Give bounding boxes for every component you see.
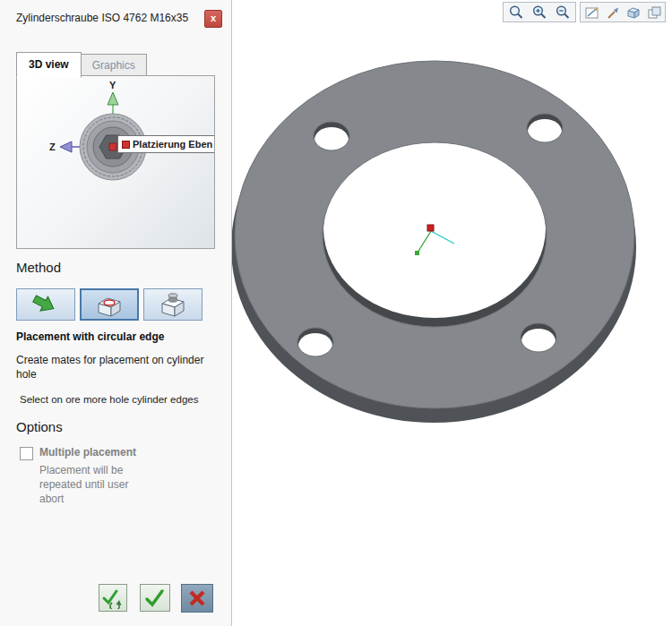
sketch-button[interactable] <box>582 4 602 21</box>
method-description: Create mates for placement on cylinder h… <box>16 353 211 382</box>
part-button[interactable] <box>623 4 643 21</box>
zoom-toolbar-group <box>503 2 576 22</box>
y-axis-arrow-icon <box>108 92 118 105</box>
viewport-toolbar <box>503 2 666 22</box>
flange-model <box>231 61 636 423</box>
placement-tooltip: Platzierung Eben <box>117 135 215 153</box>
part-icon <box>625 5 642 20</box>
tooltip-text: Platzierung Eben <box>133 139 212 150</box>
sketch-icon <box>584 5 600 20</box>
method-circular-edge-button[interactable] <box>80 288 139 321</box>
zoom-window-button[interactable] <box>504 4 528 21</box>
placement-arrow-icon <box>30 292 61 317</box>
zoom-in-icon <box>531 4 547 20</box>
windows-icon <box>646 5 662 20</box>
tooltip-marker-icon <box>122 141 130 149</box>
multiple-placement-description: Placement will be repeated until user ab… <box>39 463 142 507</box>
cancel-x-icon <box>186 587 208 609</box>
render-button[interactable] <box>602 4 623 21</box>
multiple-placement-label[interactable]: Multiple placement <box>39 446 136 459</box>
y-axis-label: Y <box>109 80 116 90</box>
z-axis-arrow-icon <box>60 141 72 152</box>
circular-edge-icon <box>94 292 125 317</box>
method-heading: Method <box>16 260 61 275</box>
preview-canvas: Y Z <box>17 76 214 248</box>
multiple-placement-checkbox[interactable] <box>20 447 33 460</box>
apply-preview-button[interactable] <box>99 584 127 612</box>
check-icon <box>143 587 167 609</box>
panel-title: Zylinderschraube ISO 4762 M16x35 <box>16 12 188 24</box>
zoom-window-icon <box>508 4 524 20</box>
ok-button[interactable] <box>140 584 170 612</box>
view-toolbar-group <box>580 2 666 22</box>
tab-graphics[interactable]: Graphics <box>82 54 147 78</box>
z-axis-label: Z <box>49 141 56 152</box>
zoom-in-button[interactable] <box>528 4 551 21</box>
close-button[interactable]: x <box>204 10 222 28</box>
selected-method-title: Placement with circular edge <box>16 330 164 343</box>
origin-marker <box>109 143 116 150</box>
check-refresh-icon <box>101 587 125 609</box>
cancel-button[interactable] <box>181 584 213 613</box>
windows-button[interactable] <box>643 4 664 21</box>
options-heading: Options <box>16 419 63 434</box>
method-instruction: Select on ore more hole cylinder edges <box>20 394 198 405</box>
tab-bar: 3D view Graphics <box>16 52 147 78</box>
tool-panel: Zylinderschraube ISO 4762 M16x35 x 3D vi… <box>0 0 232 626</box>
tab-3d-view[interactable]: 3D view <box>16 52 82 78</box>
method-cylinder-button[interactable] <box>143 288 202 321</box>
zoom-out-button[interactable] <box>551 4 574 21</box>
zoom-out-icon <box>555 4 571 20</box>
method-point-placement-button[interactable] <box>16 288 75 321</box>
3d-preview[interactable]: Y Z Platzierung Eben <box>16 75 215 249</box>
render-icon <box>605 5 621 20</box>
method-button-row <box>16 288 202 321</box>
cylinder-placement-icon <box>158 292 188 317</box>
